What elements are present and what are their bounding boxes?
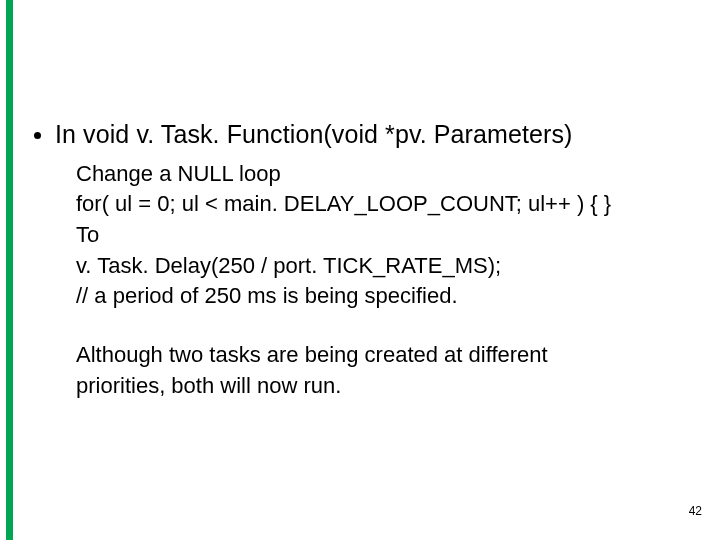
heading-line: In void v. Task. Function(void *pv. Para… [55,118,572,151]
code-line-2: for( ul = 0; ul < main. DELAY_LOOP_COUNT… [76,189,690,219]
note-line-2: priorities, both will now run. [76,371,690,401]
bullet-item: In void v. Task. Function(void *pv. Para… [30,118,690,151]
slide-content: In void v. Task. Function(void *pv. Para… [30,118,690,401]
slide: In void v. Task. Function(void *pv. Para… [0,0,720,540]
heading-code: void v. Task. Function(void *pv. Paramet… [83,120,572,148]
page-number: 42 [689,504,702,518]
spacer [30,312,690,334]
code-line-4: v. Task. Delay(250 / port. TICK_RATE_MS)… [76,251,690,281]
code-line-5: // a period of 250 ms is being specified… [76,281,690,311]
note-block: Although two tasks are being created at … [76,340,690,400]
accent-bar [6,0,13,540]
code-line-1: Change a NULL loop [76,159,690,189]
note-line-1: Although two tasks are being created at … [76,340,690,370]
bullet-icon [34,132,41,139]
code-line-3: To [76,220,690,250]
code-block: Change a NULL loop for( ul = 0; ul < mai… [76,159,690,311]
heading-prefix: In [55,120,83,148]
